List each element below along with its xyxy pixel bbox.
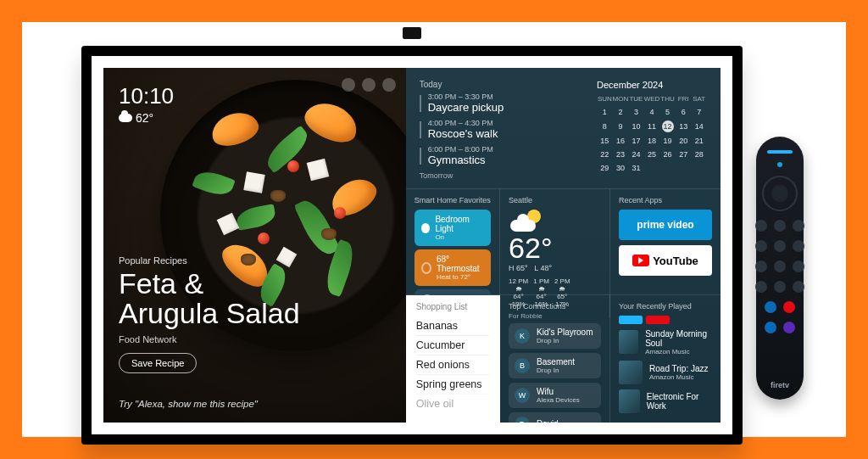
calendar-day[interactable]: 28 bbox=[691, 148, 707, 161]
calendar-day[interactable]: 12 bbox=[659, 119, 676, 134]
shopping-item[interactable]: Olive oil bbox=[416, 394, 489, 413]
album-art bbox=[619, 330, 638, 354]
calendar-day[interactable]: 13 bbox=[676, 119, 692, 134]
calendar-day[interactable]: 18 bbox=[644, 134, 660, 148]
connections-widget[interactable]: Top Connections For Robbie KKid's Playro… bbox=[500, 295, 610, 423]
agenda-widget[interactable]: Today 3:00 PM – 3:30 PM Daycare pickup 4… bbox=[406, 68, 588, 188]
calendar-day[interactable]: 27 bbox=[676, 148, 692, 161]
recipe-network: Food Network bbox=[119, 334, 300, 344]
album-art bbox=[619, 389, 640, 413]
album-art bbox=[619, 361, 643, 384]
clock-temp: 62° bbox=[136, 111, 153, 125]
calendar-day[interactable]: 2 bbox=[613, 105, 629, 119]
calendar-grid[interactable]: SUNMONTUEWEDTHUFRISAT 123456789101112131… bbox=[597, 95, 707, 175]
connection-item[interactable]: DDavid bbox=[509, 412, 601, 423]
track-item[interactable]: Road Trip: JazzAmazon Music bbox=[619, 361, 712, 384]
calendar-day[interactable]: 7 bbox=[691, 105, 707, 119]
app-primevideo[interactable]: prime video bbox=[619, 210, 712, 240]
track-item[interactable]: Sunday Morning SoulAmazon Music bbox=[619, 329, 712, 355]
menu-button[interactable] bbox=[793, 220, 804, 232]
bulb-icon bbox=[421, 223, 431, 233]
calendar-day[interactable]: 22 bbox=[597, 148, 613, 161]
calendar-day[interactable]: 24 bbox=[628, 148, 644, 161]
status-icon[interactable] bbox=[342, 78, 355, 92]
calendar-day[interactable]: 3 bbox=[628, 105, 644, 119]
alexa-light-bar-icon bbox=[767, 150, 793, 154]
calendar-day[interactable]: 30 bbox=[613, 161, 629, 175]
app-youtube[interactable]: YouTube bbox=[619, 245, 712, 276]
connection-item[interactable]: KKid's PlayroomDrop In bbox=[509, 323, 601, 349]
calendar-day[interactable]: 10 bbox=[628, 119, 644, 134]
mic-button[interactable] bbox=[777, 162, 782, 167]
shopping-item[interactable]: Red onions bbox=[416, 355, 489, 374]
partly-cloudy-icon bbox=[509, 210, 544, 233]
recently-played-widget[interactable]: Your Recently Played Sunday Morning Soul… bbox=[610, 295, 721, 423]
calendar-day[interactable]: 8 bbox=[597, 119, 613, 134]
connection-item[interactable]: BBasementDrop In bbox=[509, 353, 601, 378]
calendar-day[interactable]: 29 bbox=[597, 161, 613, 175]
weather-temp: 62° bbox=[509, 233, 601, 262]
calendar-day[interactable]: 25 bbox=[644, 148, 660, 161]
calendar-day[interactable] bbox=[644, 161, 660, 175]
rewind-button[interactable] bbox=[755, 240, 767, 252]
agenda-event[interactable]: 3:00 PM – 3:30 PM Daycare pickup bbox=[420, 92, 576, 114]
ch-down-button[interactable] bbox=[793, 281, 804, 293]
avatar: W bbox=[515, 388, 530, 403]
tv-button[interactable] bbox=[774, 260, 786, 272]
status-icon[interactable] bbox=[382, 78, 396, 92]
shopping-item[interactable]: Cucumber bbox=[416, 335, 489, 355]
calendar-day[interactable]: 14 bbox=[691, 119, 707, 134]
calendar-day[interactable]: 1 bbox=[597, 105, 613, 119]
app-shortcut-button[interactable] bbox=[765, 301, 776, 313]
app-shortcut-button[interactable] bbox=[783, 322, 795, 333]
shopping-item[interactable]: Bananas bbox=[416, 316, 489, 335]
app-shortcut-button[interactable] bbox=[765, 322, 776, 333]
connection-item[interactable]: WWifuAlexa Devices bbox=[509, 383, 601, 408]
calendar-day[interactable]: 9 bbox=[613, 119, 629, 134]
youtube-play-icon bbox=[632, 255, 649, 266]
device-frame: 10:10 62° Popular Recipes bbox=[81, 46, 743, 445]
forward-button[interactable] bbox=[793, 240, 804, 252]
back-button[interactable] bbox=[755, 220, 767, 232]
calendar-month: December 2024 bbox=[597, 80, 707, 90]
calendar-day[interactable]: 19 bbox=[659, 134, 676, 148]
avatar: B bbox=[515, 358, 530, 373]
track-item[interactable]: Electronic For Work bbox=[619, 389, 712, 413]
calendar-day[interactable]: 31 bbox=[628, 161, 644, 175]
vol-down-button[interactable] bbox=[755, 281, 767, 293]
calendar-day[interactable] bbox=[676, 161, 692, 175]
clock-widget: 10:10 62° bbox=[119, 83, 174, 125]
mute-button[interactable] bbox=[774, 281, 786, 293]
agenda-event[interactable]: 4:00 PM – 4:30 PM Roscoe's walk bbox=[420, 119, 576, 140]
ch-up-button[interactable] bbox=[793, 260, 804, 272]
device-light[interactable]: Bedroom LightOn bbox=[415, 210, 491, 246]
calendar-day[interactable]: 17 bbox=[628, 134, 644, 148]
calendar-day[interactable]: 26 bbox=[659, 148, 676, 161]
calendar-day[interactable]: 4 bbox=[644, 105, 660, 119]
calendar-day[interactable]: 15 bbox=[597, 134, 613, 148]
calendar-day[interactable]: 21 bbox=[691, 134, 707, 148]
calendar-day[interactable]: 20 bbox=[676, 134, 692, 148]
play-pause-button[interactable] bbox=[774, 240, 786, 252]
home-button[interactable] bbox=[774, 220, 786, 232]
status-icon[interactable] bbox=[362, 78, 376, 92]
fire-tv-remote: firetv bbox=[756, 137, 804, 400]
calendar-widget[interactable]: December 2024 SUNMONTUEWEDTHUFRISAT 1234… bbox=[588, 68, 721, 188]
thermostat-icon bbox=[421, 262, 431, 274]
calendar-day[interactable]: 16 bbox=[613, 134, 629, 148]
vol-up-button[interactable] bbox=[755, 260, 767, 272]
calendar-day[interactable]: 5 bbox=[659, 105, 676, 119]
calendar-day[interactable]: 23 bbox=[613, 148, 629, 161]
calendar-day[interactable]: 11 bbox=[644, 119, 660, 134]
calendar-day[interactable]: 6 bbox=[676, 105, 692, 119]
app-shortcut-button[interactable] bbox=[783, 301, 795, 313]
recipe-category: Popular Recipes bbox=[119, 255, 300, 266]
shopping-list-widget[interactable]: Shopping List BananasCucumberRed onionsS… bbox=[406, 295, 500, 423]
device-thermostat[interactable]: 68° ThermostatHeat to 72° bbox=[415, 249, 491, 286]
calendar-day[interactable] bbox=[659, 161, 676, 175]
dpad[interactable] bbox=[762, 176, 798, 211]
calendar-day[interactable] bbox=[691, 161, 707, 175]
shopping-item[interactable]: Spring greens bbox=[416, 374, 489, 394]
agenda-event[interactable]: 6:00 PM – 8:00 PM Gymnastics bbox=[420, 145, 576, 166]
save-recipe-button[interactable]: Save Recipe bbox=[119, 353, 197, 373]
